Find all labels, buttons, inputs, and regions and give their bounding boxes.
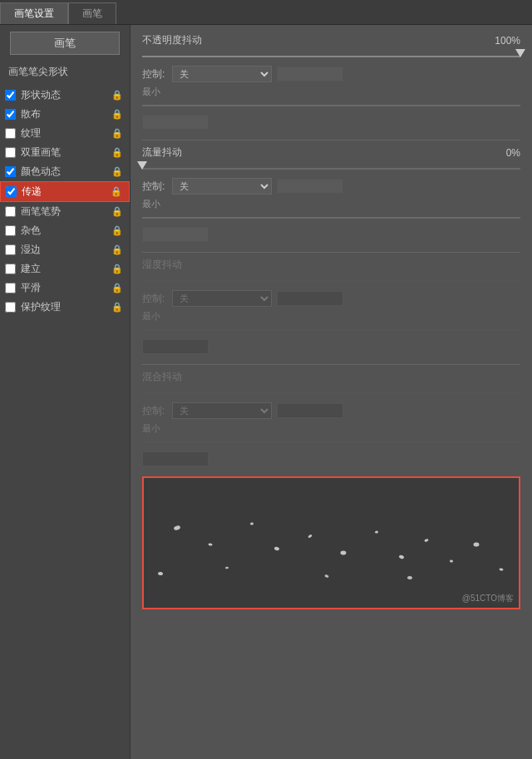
sidebar-item-protect-texture[interactable]: 保护纹理🔒: [0, 298, 130, 317]
checkbox-dual-brush[interactable]: [5, 147, 16, 158]
wetness-min-slider: [142, 324, 520, 336]
opacity-jitter-section: 不透明度抖动 100% 控制: 关渐隐钢笔压力钢笔斜度光笔轮 最小: [142, 33, 520, 130]
opacity-min-input[interactable]: [142, 115, 209, 130]
flow-min-label: 最小: [142, 198, 520, 210]
blend-min-input: [142, 451, 209, 466]
blend-min-slider: [142, 436, 520, 448]
flow-control-label: 控制:: [142, 180, 167, 194]
checkbox-build-up[interactable]: [5, 264, 16, 274]
label-brush-pose: 画笔笔势: [21, 205, 108, 219]
lock-icon-dual-brush: 🔒: [111, 147, 123, 158]
svg-point-2: [250, 522, 254, 525]
label-protect-texture: 保护纹理: [21, 300, 108, 314]
flow-min-input[interactable]: [142, 227, 209, 242]
label-noise: 杂色: [21, 224, 108, 238]
blend-jitter-title: 混合抖动: [142, 370, 182, 384]
blend-control-label: 控制:: [142, 404, 167, 418]
svg-point-3: [274, 546, 280, 550]
lock-icon-color-dynamics: 🔒: [111, 166, 123, 177]
flow-jitter-value: 0%: [487, 147, 520, 159]
opacity-jitter-value: 100%: [487, 35, 520, 47]
tab-brush[interactable]: 画笔: [68, 2, 116, 24]
wetness-control-select: 关: [172, 290, 272, 307]
divider-1: [142, 140, 520, 140]
lock-icon-protect-texture: 🔒: [111, 302, 123, 313]
checkbox-protect-texture[interactable]: [5, 302, 16, 313]
sidebar-item-shape-dynamics[interactable]: 形状动态🔒: [0, 86, 130, 105]
blend-jitter-slider: [142, 387, 520, 399]
blend-min-label: 最小: [142, 422, 520, 435]
right-panel: 不透明度抖动 100% 控制: 关渐隐钢笔压力钢笔斜度光笔轮 最小: [131, 25, 532, 759]
blend-control-input: [277, 403, 343, 418]
svg-point-6: [375, 530, 378, 534]
brush-button[interactable]: 画笔: [10, 32, 120, 55]
opacity-jitter-slider[interactable]: [142, 51, 520, 62]
checkbox-smoothing[interactable]: [5, 283, 16, 293]
label-wet-edges: 湿边: [21, 243, 108, 257]
sidebar-item-smoothing[interactable]: 平滑🔒: [0, 278, 130, 298]
svg-point-4: [308, 534, 313, 538]
checkbox-scatter[interactable]: [5, 109, 16, 120]
checkbox-texture[interactable]: [5, 128, 16, 139]
checkbox-brush-pose[interactable]: [5, 206, 16, 217]
blend-jitter-section: 混合抖动 控制: 关 最小: [142, 370, 520, 466]
sidebar-item-brush-pose[interactable]: 画笔笔势🔒: [0, 202, 130, 221]
brush-preview: @51CTO博客: [142, 476, 520, 609]
sidebar-items: 形状动态🔒散布🔒纹理🔒双重画笔🔒颜色动态🔒传递🔒画笔笔势🔒杂色🔒湿边🔒建立🔒平滑…: [0, 86, 130, 317]
checkbox-color-dynamics[interactable]: [5, 166, 16, 177]
wetness-jitter-slider: [142, 275, 520, 287]
label-texture: 纹理: [21, 126, 108, 140]
divider-3: [142, 364, 520, 365]
svg-point-5: [340, 550, 346, 555]
label-smoothing: 平滑: [21, 281, 108, 295]
sidebar-item-scatter[interactable]: 散布🔒: [0, 105, 130, 124]
wetness-control-label: 控制:: [142, 292, 167, 306]
sidebar-item-wet-edges[interactable]: 湿边🔒: [0, 240, 130, 259]
svg-point-7: [398, 554, 404, 559]
flow-jitter-thumb[interactable]: [137, 161, 147, 170]
sidebar-item-noise[interactable]: 杂色🔒: [0, 221, 130, 240]
opacity-min-label: 最小: [142, 86, 520, 98]
lock-icon-noise: 🔒: [111, 225, 123, 236]
checkbox-wet-edges[interactable]: [5, 244, 16, 255]
svg-point-16: [324, 574, 329, 578]
lock-icon-build-up: 🔒: [111, 264, 123, 274]
opacity-jitter-control-row: 控制: 关渐隐钢笔压力钢笔斜度光笔轮: [142, 66, 520, 82]
divider-2: [142, 252, 520, 253]
sidebar-item-dual-brush[interactable]: 双重画笔🔒: [0, 143, 130, 162]
opacity-control-input[interactable]: [277, 67, 343, 81]
lock-icon-wet-edges: 🔒: [111, 244, 123, 255]
svg-point-15: [407, 576, 412, 580]
opacity-min-slider[interactable]: [142, 100, 520, 111]
flow-jitter-title: 流量抖动: [142, 145, 182, 160]
sidebar: 画笔 画笔笔尖形状 形状动态🔒散布🔒纹理🔒双重画笔🔒颜色动态🔒传递🔒画笔笔势🔒杂…: [0, 25, 131, 759]
wetness-min-input: [142, 339, 209, 354]
svg-point-10: [473, 542, 479, 547]
svg-point-0: [173, 525, 180, 530]
label-transfer: 传递: [22, 185, 107, 199]
lock-icon-transfer: 🔒: [111, 186, 122, 197]
checkbox-shape-dynamics[interactable]: [5, 90, 16, 101]
opacity-jitter-thumb[interactable]: [515, 49, 525, 57]
svg-point-9: [450, 559, 453, 563]
flow-jitter-slider[interactable]: [142, 163, 520, 175]
svg-point-13: [158, 572, 164, 576]
sidebar-item-transfer[interactable]: 传递🔒: [0, 181, 130, 202]
sidebar-section-title: 画笔笔尖形状: [0, 62, 130, 82]
sidebar-item-color-dynamics[interactable]: 颜色动态🔒: [0, 162, 130, 181]
sidebar-item-texture[interactable]: 纹理🔒: [0, 124, 130, 143]
label-color-dynamics: 颜色动态: [21, 165, 108, 179]
checkbox-noise[interactable]: [5, 225, 16, 236]
checkbox-transfer[interactable]: [6, 186, 17, 197]
flow-control-input[interactable]: [277, 179, 343, 194]
tab-brush-settings[interactable]: 画笔设置: [0, 2, 68, 24]
flow-control-select[interactable]: 关渐隐钢笔压力钢笔斜度光笔轮: [172, 178, 272, 195]
flow-min-slider[interactable]: [142, 212, 520, 224]
watermark: @51CTO博客: [462, 593, 514, 604]
flow-jitter-control-row: 控制: 关渐隐钢笔压力钢笔斜度光笔轮: [142, 178, 520, 195]
opacity-control-select[interactable]: 关渐隐钢笔压力钢笔斜度光笔轮: [172, 66, 272, 82]
label-shape-dynamics: 形状动态: [21, 88, 108, 102]
sidebar-item-build-up[interactable]: 建立🔒: [0, 259, 130, 278]
label-build-up: 建立: [21, 262, 108, 276]
label-dual-brush: 双重画笔: [21, 145, 108, 160]
